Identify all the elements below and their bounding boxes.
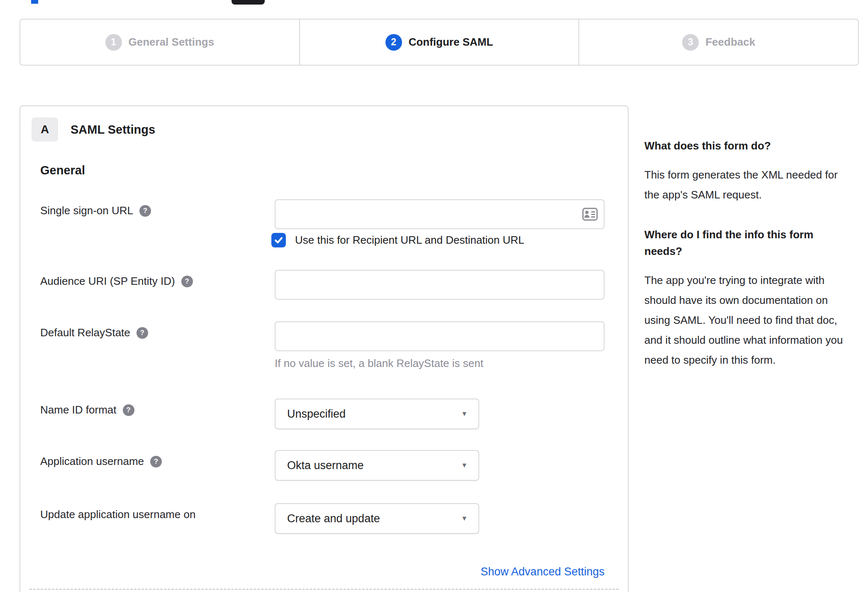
help-answer-2: The app you're trying to integrate with …: [644, 270, 851, 370]
caret-down-icon: ▼: [461, 515, 468, 522]
update-application-username-label-text: Update application username on: [40, 508, 195, 521]
row-audience-uri: Audience URI (SP Entity ID) ?: [20, 270, 628, 300]
general-section-heading: General: [40, 164, 85, 177]
row-recipient-destination: Use this for Recipient URL and Destinati…: [271, 233, 524, 247]
step-configure-saml: 2 Configure SAML: [299, 20, 579, 65]
section-a-badge: A: [32, 117, 58, 142]
page: 1 General Settings 2 Configure SAML 3 Fe…: [0, 0, 868, 592]
update-application-username-value: Create and update: [287, 512, 455, 525]
audience-uri-input[interactable]: [275, 270, 605, 300]
update-application-username-label: Update application username on: [40, 508, 264, 521]
step-feedback: 3 Feedback: [578, 20, 858, 65]
name-id-format-select[interactable]: Unspecified ▼: [275, 399, 479, 429]
card-header: A SAML Settings: [32, 117, 155, 142]
row-single-sign-on-url: Single sign-on URL ?: [20, 199, 628, 229]
row-application-username: Application username ? Okta username ▼: [20, 450, 628, 481]
help-answer-1: This form generates the XML needed for t…: [644, 165, 851, 205]
application-username-label: Application username ?: [40, 455, 264, 468]
default-relaystate-label: Default RelayState ?: [40, 326, 264, 339]
step-2-number-badge: 2: [385, 34, 402, 51]
dashed-divider: [29, 589, 619, 590]
clipped-toggle-fragment: [232, 0, 265, 5]
help-question-2: Where do I find the info this form needs…: [644, 226, 851, 259]
step-3-label: Feedback: [705, 36, 755, 49]
help-icon[interactable]: ?: [150, 456, 162, 467]
step-1-number-badge: 1: [105, 34, 122, 51]
advanced-settings-row: Show Advanced Settings: [275, 565, 605, 578]
help-icon[interactable]: ?: [139, 205, 151, 217]
default-relaystate-input[interactable]: [275, 321, 605, 351]
single-sign-on-url-input[interactable]: [275, 199, 605, 229]
application-username-label-text: Application username: [40, 455, 144, 468]
recipient-destination-checkbox[interactable]: [271, 233, 286, 247]
row-name-id-format: Name ID format ? Unspecified ▼: [20, 399, 628, 429]
wizard-stepper: 1 General Settings 2 Configure SAML 3 Fe…: [20, 19, 859, 66]
step-general-settings: 1 General Settings: [20, 20, 299, 65]
name-id-format-label-text: Name ID format: [40, 404, 117, 416]
single-sign-on-url-label-text: Single sign-on URL: [40, 204, 133, 217]
contact-card-icon: [582, 208, 598, 221]
relaystate-hint: If no value is set, a blank RelayState i…: [275, 357, 483, 370]
audience-uri-label: Audience URI (SP Entity ID) ?: [40, 275, 264, 288]
help-icon[interactable]: ?: [181, 276, 193, 287]
default-relaystate-label-text: Default RelayState: [40, 326, 130, 339]
step-2-label: Configure SAML: [409, 36, 493, 49]
row-update-application-username: Update application username on Create an…: [20, 503, 628, 534]
card-title: SAML Settings: [71, 123, 155, 137]
checkmark-icon: [273, 235, 284, 245]
recipient-destination-checkbox-label: Use this for Recipient URL and Destinati…: [295, 234, 524, 247]
name-id-format-label: Name ID format ?: [40, 404, 264, 416]
caret-down-icon: ▼: [461, 462, 468, 469]
application-username-select[interactable]: Okta username ▼: [275, 450, 479, 481]
help-icon[interactable]: ?: [137, 327, 148, 339]
show-advanced-settings-link[interactable]: Show Advanced Settings: [480, 565, 605, 578]
row-default-relaystate: Default RelayState ? If no value is set,…: [20, 321, 628, 371]
help-question-1: What does this form do?: [644, 137, 851, 154]
name-id-format-value: Unspecified: [287, 408, 455, 421]
single-sign-on-url-label: Single sign-on URL ?: [40, 204, 264, 217]
audience-uri-label-text: Audience URI (SP Entity ID): [40, 275, 175, 288]
help-sidebar: What does this form do? This form genera…: [644, 137, 851, 370]
update-application-username-select[interactable]: Create and update ▼: [275, 503, 479, 534]
step-1-label: General Settings: [129, 36, 215, 49]
step-3-number-badge: 3: [682, 34, 699, 51]
caret-down-icon: ▼: [461, 410, 468, 418]
clipped-blue-fragment: [31, 0, 38, 4]
help-icon[interactable]: ?: [123, 404, 134, 416]
saml-settings-card: A SAML Settings General Single sign-on U…: [20, 105, 629, 592]
application-username-value: Okta username: [287, 459, 455, 472]
